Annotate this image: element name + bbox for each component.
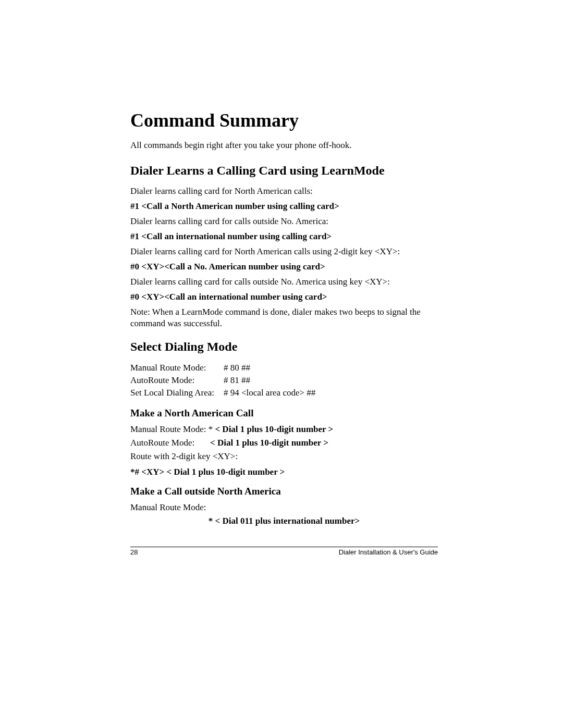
- body-text: Dialer learns calling card for North Ame…: [130, 186, 438, 197]
- mode-label: Manual Route Mode:: [130, 362, 224, 374]
- page-number: 28: [130, 548, 138, 556]
- call-label: AutoRoute Mode:: [130, 438, 210, 448]
- body-text: Dialer learns calling card for calls out…: [130, 216, 438, 227]
- mode-code: # 94 <local area code> ##: [224, 387, 315, 399]
- call-bold: < Dial 1 plus 10-digit number >: [210, 438, 328, 448]
- subsection-heading-intl-call: Make a Call outside North America: [130, 486, 438, 497]
- mode-code: # 81 ##: [224, 374, 315, 387]
- dialing-mode-table: Manual Route Mode: # 80 ## AutoRoute Mod…: [130, 362, 315, 399]
- subsection-heading-na-call: Make a North American Call: [130, 408, 438, 419]
- mode-label: Set Local Dialing Area:: [130, 387, 224, 399]
- command-text: #1 <Call a North American number using c…: [130, 201, 438, 212]
- table-row: Manual Route Mode: # 80 ##: [130, 362, 315, 374]
- call-line: Manual Route Mode: * < Dial 1 plus 10-di…: [130, 424, 438, 435]
- section-heading-learnmode: Dialer Learns a Calling Card using Learn…: [130, 164, 438, 178]
- mode-label: AutoRoute Mode:: [130, 374, 224, 387]
- body-text: Dialer learns calling card for North Ame…: [130, 246, 438, 257]
- call-line: Manual Route Mode:: [130, 502, 438, 513]
- command-text: #0 <XY><Call an international number usi…: [130, 292, 438, 302]
- mode-code: # 80 ##: [224, 362, 315, 374]
- page-footer: 28 Dialer Installation & User's Guide: [130, 547, 438, 556]
- call-bold: < Dial 1 plus 10-digit number >: [215, 424, 333, 434]
- section-heading-dialing-mode: Select Dialing Mode: [130, 340, 438, 354]
- body-text: Dialer learns calling card for calls out…: [130, 276, 438, 288]
- call-label: Manual Route Mode: *: [130, 424, 215, 434]
- page-title: Command Summary: [130, 109, 438, 131]
- command-text: * < Dial 011 plus international number>: [130, 516, 438, 526]
- call-line: AutoRoute Mode: < Dial 1 plus 10-digit n…: [130, 438, 438, 448]
- command-text: *# <XY> < Dial 1 plus 10-digit number >: [130, 467, 438, 477]
- command-text: #0 <XY><Call a No. American number using…: [130, 262, 438, 272]
- intro-text: All commands begin right after you take …: [130, 140, 438, 151]
- table-row: Set Local Dialing Area: # 94 <local area…: [130, 387, 315, 399]
- command-text: #1 <Call an international number using c…: [130, 231, 438, 242]
- table-row: AutoRoute Mode: # 81 ##: [130, 374, 315, 387]
- note-text: Note: When a LearnMode command is done, …: [130, 306, 438, 329]
- doc-title-footer: Dialer Installation & User's Guide: [339, 548, 438, 556]
- document-page: Command Summary All commands begin right…: [0, 0, 563, 728]
- call-line: Route with 2-digit key <XY>:: [130, 451, 438, 462]
